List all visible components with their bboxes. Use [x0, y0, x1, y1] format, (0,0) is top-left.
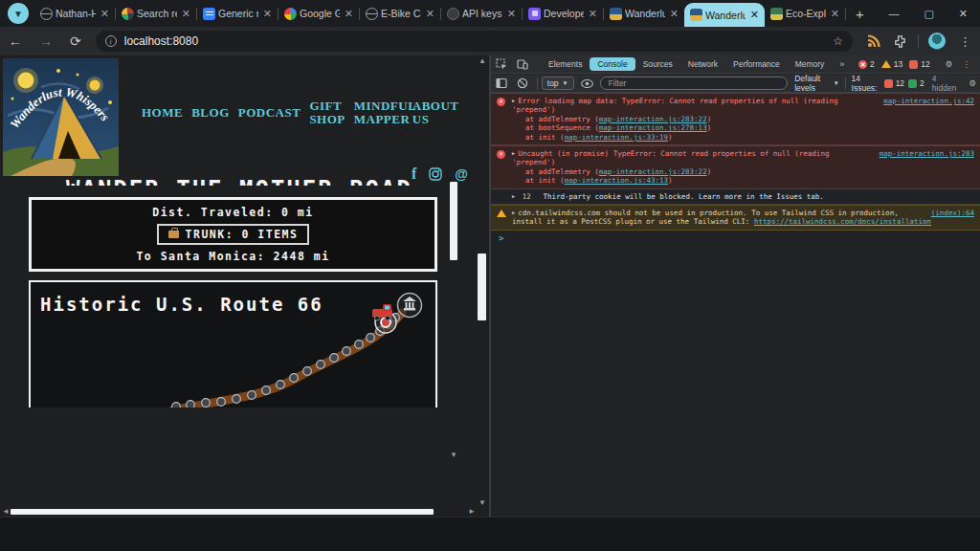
back-icon[interactable]: ←	[0, 33, 31, 49]
scroll-right-icon[interactable]: ►	[468, 508, 476, 516]
site-info-icon[interactable]: i	[105, 35, 117, 47]
tab-close-icon[interactable]: ✕	[343, 9, 355, 19]
tab-close-icon[interactable]: ✕	[99, 9, 111, 19]
profile-avatar[interactable]	[928, 33, 946, 50]
console-error-row[interactable]: ✕ map-interaction.js:42 ▶Error loading m…	[491, 93, 980, 145]
issues-green-badge[interactable]: 2	[908, 78, 924, 88]
page-scrollbar[interactable]: ▲ ▼	[476, 55, 488, 509]
scroll-left-icon[interactable]: ◄	[2, 508, 10, 516]
expand-caret-icon[interactable]: ▶	[512, 209, 515, 215]
browser-tab[interactable]: Generic no ✕	[197, 0, 278, 27]
issues-count-badge[interactable]: 12	[909, 59, 929, 69]
console-filter-input[interactable]	[600, 77, 789, 90]
browser-tab[interactable]: Developer ✕	[523, 0, 603, 27]
expand-caret-icon[interactable]: ▶	[512, 98, 515, 103]
devtools-menu-kebab-icon[interactable]: ⋮	[962, 59, 970, 69]
tab-close-icon[interactable]: ✕	[668, 9, 680, 19]
new-tab-button[interactable]: +	[846, 6, 874, 22]
stack-link[interactable]: map-interaction.js:278:13	[599, 123, 707, 132]
tab-close-icon[interactable]: ✕	[180, 9, 192, 19]
scroll-up-icon[interactable]: ▲	[479, 57, 486, 65]
log-levels-dropdown[interactable]: Default levels▼	[794, 74, 839, 93]
bookmark-star-icon[interactable]: ☆	[833, 34, 843, 48]
page-scrollbar-thumb[interactable]	[478, 253, 486, 320]
page-hscrollbar-thumb[interactable]	[11, 509, 434, 515]
url-text[interactable]: localhost:8080	[124, 34, 198, 48]
error-count-badge[interactable]: ✕2	[858, 59, 875, 69]
tab-close-icon[interactable]: ✕	[505, 9, 518, 19]
context-selector[interactable]: top▼	[542, 77, 574, 90]
expand-caret-icon[interactable]: ▶	[512, 150, 515, 156]
content-scrollbar[interactable]: ▼	[449, 180, 458, 463]
settings-gear-icon[interactable]: ⚙	[946, 59, 953, 69]
tab-close-icon[interactable]: ✕	[829, 9, 841, 19]
tab-close-icon[interactable]: ✕	[261, 9, 274, 19]
issues-red-badge[interactable]: 12	[884, 78, 904, 88]
inspect-icon[interactable]	[496, 58, 507, 70]
tailwind-docs-link[interactable]: https://tailwindcss.com/docs/installatio…	[754, 217, 931, 226]
browser-tab[interactable]: Google Ge ✕	[278, 0, 359, 27]
rss-icon[interactable]	[866, 33, 881, 49]
browser-tab[interactable]: Search res ✕	[116, 0, 196, 27]
trunk-button[interactable]: TRUNK: 0 ITEMS	[157, 224, 310, 245]
nav-home[interactable]: HOME	[142, 106, 183, 120]
browser-tab[interactable]: API keys | ✕	[441, 0, 522, 27]
more-tabs-button[interactable]: »	[832, 57, 852, 71]
tab-elements[interactable]: Elements	[541, 57, 590, 71]
address-bar[interactable]: i localhost:8080 ☆	[96, 31, 853, 52]
console-sidebar-icon[interactable]	[496, 77, 507, 89]
browser-tab[interactable]: Eco-Explor ✕	[765, 0, 845, 27]
console-warning-row[interactable]: (index):64 ▶cdn.tailwindcss.com should n…	[491, 205, 980, 231]
tab-network[interactable]: Network	[680, 57, 725, 71]
tab-close-icon[interactable]: ✕	[748, 10, 761, 20]
window-close-button[interactable]: ✕	[947, 0, 980, 27]
clear-console-icon[interactable]	[517, 77, 528, 89]
tab-performance[interactable]: Performance	[725, 57, 788, 71]
nav-podcast[interactable]: PODCAST	[238, 106, 301, 120]
window-minimize-button[interactable]: —	[876, 0, 911, 27]
warning-count-badge[interactable]: 13	[881, 59, 902, 69]
window-maximize-button[interactable]: ▢	[911, 0, 946, 27]
source-link[interactable]: map-interaction.js:283	[880, 149, 974, 158]
console-prompt[interactable]: >	[491, 231, 980, 247]
tab-sources[interactable]: Sources	[635, 57, 680, 71]
nav-blog[interactable]: BLOG	[191, 106, 230, 120]
site-logo[interactable]: Wanderlust Whispers	[3, 58, 119, 176]
console-error-row[interactable]: ✕ map-interaction.js:283 ▶Uncaught (in p…	[491, 145, 980, 189]
stack-link[interactable]: map-interaction.js:283:22	[599, 115, 707, 123]
source-link[interactable]: map-interaction.js:42	[883, 97, 974, 105]
scroll-down-icon[interactable]: ▼	[450, 452, 457, 459]
browser-tab[interactable]: E-Bike Con ✕	[360, 0, 440, 27]
extensions-puzzle-icon[interactable]	[893, 34, 907, 49]
tab-close-icon[interactable]: ✕	[587, 9, 599, 19]
expand-caret-icon[interactable]: ▶	[512, 193, 515, 199]
browser-tab[interactable]: Nathan-H2 ✕	[34, 0, 115, 27]
tab-search-button[interactable]: ▼	[8, 3, 29, 24]
browser-tab-active[interactable]: Wanderlus ✕	[684, 3, 765, 27]
route-map[interactable]	[31, 282, 435, 408]
browser-menu-kebab-icon[interactable]: ⋮	[950, 34, 980, 49]
landmark-marker[interactable]	[398, 294, 422, 318]
stack-link[interactable]: map-interaction.js:283:22	[599, 167, 707, 176]
page-hscrollbar[interactable]: ◄ ►	[0, 508, 488, 517]
route-stops[interactable]	[172, 314, 400, 408]
nav-gift-shop[interactable]: GIFT SHOP	[309, 99, 345, 126]
content-scrollbar-thumb[interactable]	[450, 182, 457, 260]
forward-icon[interactable]: →	[31, 33, 61, 49]
device-toolbar-icon[interactable]	[517, 58, 528, 70]
browser-tab[interactable]: Wanderlus ✕	[604, 0, 684, 27]
instagram-icon[interactable]	[429, 167, 442, 181]
stack-link[interactable]: map-interaction.js:33:19	[565, 133, 668, 142]
tab-console[interactable]: Console	[590, 57, 635, 71]
eye-icon[interactable]	[581, 79, 593, 88]
reload-icon[interactable]: ⟳	[61, 33, 90, 49]
stack-link[interactable]: map-interaction.js:43:13	[565, 176, 668, 185]
console-info-row[interactable]: ▶ 12 Third-party cookie will be blocked.…	[491, 189, 980, 205]
source-link[interactable]: (index):64	[931, 209, 974, 217]
tab-memory[interactable]: Memory	[788, 57, 833, 71]
scroll-down-icon[interactable]: ▼	[479, 499, 486, 507]
nav-about-us[interactable]: ABOUT US	[412, 99, 459, 126]
console-settings-gear-icon[interactable]: ⚙	[969, 78, 976, 88]
nav-mindful-mapper[interactable]: MINDFUL MAPPER	[354, 99, 404, 126]
hidden-messages-label[interactable]: 4 hidden	[932, 74, 957, 93]
